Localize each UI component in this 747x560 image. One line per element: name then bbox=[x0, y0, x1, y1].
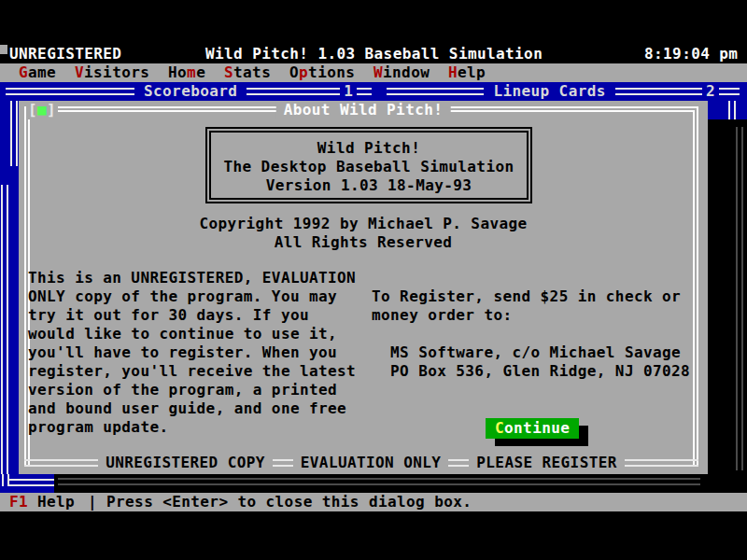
dialog-shadow-bottom bbox=[54, 474, 734, 493]
window-border-line bbox=[7, 479, 54, 486]
register-instructions: To Register, send $25 in check or money … bbox=[372, 287, 690, 381]
shadowed-border-line bbox=[58, 478, 700, 485]
window-number-1[interactable]: 1 bbox=[340, 82, 357, 101]
about-dialog: [■] About Wild Pitch! Wild Pitch! The De… bbox=[19, 101, 708, 474]
continue-button[interactable]: Continue bbox=[486, 418, 579, 439]
footer-register: PLEASE REGISTER bbox=[469, 454, 625, 472]
dialog-footer: UNREGISTERED COPY EVALUATION ONLY PLEASE… bbox=[24, 454, 698, 472]
status-message: Press <Enter> to close this dialog box. bbox=[106, 493, 472, 511]
menu-bar: Game Visitors Home Stats Options Window … bbox=[0, 63, 747, 82]
background-window-corner bbox=[0, 474, 54, 493]
window-border-line bbox=[615, 88, 702, 95]
window-title-scoreboard[interactable]: Scoreboard bbox=[134, 82, 247, 101]
menu-item-window[interactable]: Window bbox=[374, 63, 430, 82]
window-title-lineup-cards[interactable]: Lineup Cards bbox=[484, 82, 614, 101]
status-bar: F1 Help | Press <Enter> to close this di… bbox=[0, 493, 747, 511]
window-border-line bbox=[1, 185, 8, 474]
footer-evaluation: EVALUATION ONLY bbox=[293, 454, 449, 472]
mouse-cursor-block bbox=[0, 45, 7, 54]
footer-unregistered: UNREGISTERED COPY bbox=[98, 454, 273, 472]
window-border-line bbox=[247, 88, 340, 95]
text-mode-area: UNREGISTERED Wild Pitch! 1.03 Baseball S… bbox=[0, 45, 747, 511]
border-line bbox=[24, 459, 98, 467]
window-border-line bbox=[357, 88, 372, 95]
window-number-2[interactable]: 2 bbox=[702, 82, 719, 101]
evaluation-notice: This is an UNREGISTERED, EVALUATION ONLY… bbox=[28, 269, 356, 437]
shadowed-border-line bbox=[736, 127, 743, 470]
border-line bbox=[448, 459, 469, 467]
window-border-line bbox=[6, 88, 134, 95]
menu-item-options[interactable]: Options bbox=[289, 63, 355, 82]
menu-item-help[interactable]: Help bbox=[448, 63, 486, 82]
menu-item-game[interactable]: Game bbox=[19, 63, 56, 82]
background-window-edge-left bbox=[0, 101, 19, 474]
window-border-line bbox=[719, 88, 740, 95]
border-line bbox=[273, 459, 293, 467]
help-label[interactable]: Help bbox=[37, 493, 75, 511]
dialog-shadow-right bbox=[708, 119, 747, 493]
menu-item-visitors[interactable]: Visitors bbox=[75, 63, 149, 82]
clock: 8:19:04 pm bbox=[644, 45, 738, 63]
f1-key-label[interactable]: F1 bbox=[9, 493, 28, 511]
window-border-line bbox=[728, 101, 736, 119]
app-title: Wild Pitch! 1.03 Baseball Simulation bbox=[205, 45, 543, 63]
dialog-title[interactable]: About Wild Pitch! bbox=[276, 101, 451, 119]
dos-screen: UNREGISTERED Wild Pitch! 1.03 Baseball S… bbox=[0, 0, 747, 560]
registration-status: UNREGISTERED bbox=[9, 45, 121, 63]
window-border-line bbox=[387, 88, 484, 95]
title-bar: UNREGISTERED Wild Pitch! 1.03 Baseball S… bbox=[0, 45, 747, 63]
product-info-box: Wild Pitch! The Desktop Baseball Simulat… bbox=[205, 127, 532, 203]
border-line bbox=[625, 459, 698, 467]
menu-item-home[interactable]: Home bbox=[168, 63, 205, 82]
menu-item-stats[interactable]: Stats bbox=[224, 63, 271, 82]
background-window-edge-right bbox=[708, 101, 747, 119]
close-button[interactable]: [■] bbox=[26, 101, 58, 119]
background-windows-row: Scoreboard 1 Lineup Cards 2 bbox=[0, 82, 747, 101]
close-icon: ■ bbox=[37, 101, 47, 119]
window-border-line bbox=[10, 101, 18, 166]
status-separator: | bbox=[88, 493, 97, 511]
copyright-text: Copyright 1992 by Michael P. Savage All … bbox=[19, 215, 708, 252]
